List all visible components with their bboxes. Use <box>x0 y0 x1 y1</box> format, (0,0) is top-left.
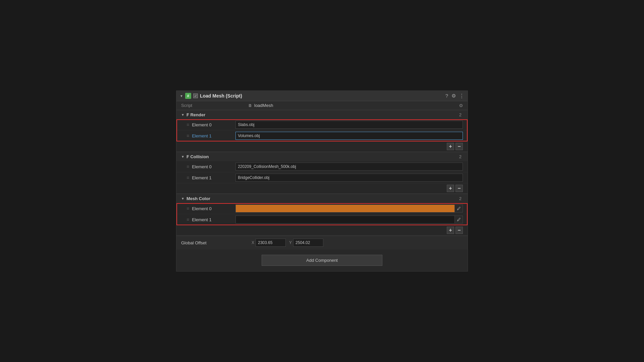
f-render-controls: + − <box>176 141 468 152</box>
x-coord-group: X <box>252 239 286 247</box>
f-collision-element-1-input[interactable] <box>235 174 463 182</box>
add-component-row: Add Component <box>176 249 468 271</box>
f-render-arrow-icon[interactable]: ▼ <box>181 113 184 117</box>
f-collision-controls: + − <box>176 183 468 194</box>
f-collision-element-0-input[interactable] <box>235 163 463 171</box>
script-label: Script <box>181 103 248 108</box>
f-collision-section-header: ▼ F Collision 2 <box>176 152 468 161</box>
y-axis-label: Y <box>289 240 292 245</box>
f-collision-array: ≡ Element 0 ≡ Element 1 <box>176 161 468 183</box>
mesh-color-element-0-label: Element 0 <box>192 206 232 211</box>
mesh-color-add-button[interactable]: + <box>447 227 454 234</box>
mesh-color-element-1-field[interactable]: 🖉 <box>235 216 463 224</box>
drag-handle-icon[interactable]: ≡ <box>186 175 189 180</box>
f-collision-remove-button[interactable]: − <box>455 185 463 192</box>
mesh-color-remove-button[interactable]: − <box>455 227 463 234</box>
mesh-color-section-header: ▼ Mesh Color 2 <box>176 194 468 203</box>
f-collision-count: 2 <box>459 154 462 159</box>
f-render-element-0-input[interactable] <box>235 121 463 129</box>
enabled-checkbox[interactable]: ✓ <box>193 94 198 98</box>
drag-handle-icon[interactable]: ≡ <box>186 206 189 211</box>
component-header: ▼ # ✓ Load Mesh (Script) ? ⚙ ⋮ <box>176 91 468 101</box>
mesh-color-controls: + − <box>176 225 468 236</box>
f-render-section-header: ▼ F Render 2 <box>176 110 468 119</box>
f-render-remove-button[interactable]: − <box>455 143 463 150</box>
x-coord-input[interactable] <box>256 239 286 247</box>
drag-handle-icon[interactable]: ≡ <box>186 217 189 222</box>
mesh-color-count: 2 <box>459 196 462 201</box>
help-icon[interactable]: ? <box>445 93 448 99</box>
mesh-color-element-1-label: Element 1 <box>192 217 232 222</box>
drag-handle-icon[interactable]: ≡ <box>186 122 189 127</box>
f-collision-element-0-label: Element 0 <box>192 164 232 169</box>
more-icon[interactable]: ⋮ <box>459 93 464 99</box>
file-icon: 🗎 <box>248 103 252 108</box>
f-collision-element-1-label: Element 1 <box>192 175 232 180</box>
color-swatch-1[interactable] <box>236 216 454 223</box>
f-render-title: F Render <box>186 112 457 117</box>
mesh-color-element-0-field[interactable]: 🖉 <box>235 204 463 213</box>
f-render-count: 2 <box>459 112 462 117</box>
f-collision-element-0-row: ≡ Element 0 <box>176 161 468 172</box>
drag-handle-icon[interactable]: ≡ <box>186 164 189 169</box>
f-render-array: ≡ Element 0 ≡ Element 1 <box>176 119 468 141</box>
mesh-color-element-1-row: ≡ Element 1 🖉 <box>176 214 468 225</box>
f-collision-add-button[interactable]: + <box>447 185 454 192</box>
add-component-button[interactable]: Add Component <box>262 255 382 266</box>
f-render-add-button[interactable]: + <box>447 143 454 150</box>
f-render-element-0-label: Element 0 <box>192 122 232 127</box>
y-coord-group: Y <box>289 239 323 247</box>
inspector-panel: ▼ # ✓ Load Mesh (Script) ? ⚙ ⋮ Script 🗎 … <box>176 90 468 272</box>
mesh-color-arrow-icon[interactable]: ▼ <box>181 197 184 200</box>
f-render-element-1-input[interactable] <box>235 132 463 140</box>
hash-badge: # <box>185 93 191 99</box>
script-row: Script 🗎 loadMesh ⊙ <box>176 101 468 110</box>
f-collision-element-1-row: ≡ Element 1 <box>176 172 468 183</box>
script-value: 🗎 loadMesh <box>248 103 459 108</box>
eyedropper-1-button[interactable]: 🖉 <box>454 216 463 223</box>
select-object-button[interactable]: ⊙ <box>459 103 463 108</box>
mesh-color-title: Mesh Color <box>186 196 457 201</box>
y-coord-input[interactable] <box>293 239 323 247</box>
f-render-element-1-label: Element 1 <box>192 133 232 138</box>
collapse-arrow-icon[interactable]: ▼ <box>180 94 183 98</box>
header-icons: ? ⚙ ⋮ <box>445 93 464 99</box>
mesh-color-array: ≡ Element 0 🖉 ≡ Element 1 🖉 <box>176 203 468 225</box>
f-render-element-1-row: ≡ Element 1 <box>176 130 468 141</box>
eyedropper-0-button[interactable]: 🖉 <box>454 205 463 212</box>
mesh-color-element-0-row: ≡ Element 0 🖉 <box>176 203 468 214</box>
global-offset-row: Global Offset X Y <box>176 236 468 249</box>
x-axis-label: X <box>252 240 254 245</box>
settings-icon[interactable]: ⚙ <box>451 93 456 99</box>
component-title: Load Mesh (Script) <box>200 93 443 99</box>
f-collision-title: F Collision <box>186 154 457 159</box>
f-render-element-0-row: ≡ Element 0 <box>176 119 468 130</box>
color-swatch-0[interactable] <box>236 205 454 212</box>
global-offset-label: Global Offset <box>181 240 248 245</box>
drag-handle-icon[interactable]: ≡ <box>186 133 189 138</box>
script-name: loadMesh <box>254 103 273 108</box>
f-collision-arrow-icon[interactable]: ▼ <box>181 155 184 159</box>
